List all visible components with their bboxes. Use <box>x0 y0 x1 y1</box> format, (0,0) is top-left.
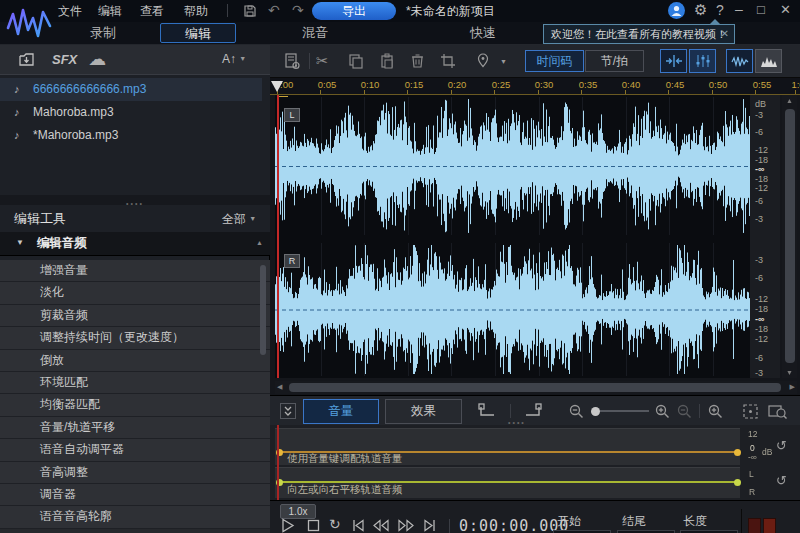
horizontal-scrollbar[interactable]: ◀ ▶ <box>275 381 797 394</box>
tab-mix[interactable]: 混音 <box>277 23 353 43</box>
loop-button[interactable]: ↻ <box>329 516 341 532</box>
stop-button[interactable] <box>306 518 321 533</box>
import-media-icon[interactable] <box>18 51 36 68</box>
tool-item-pitch-adjust[interactable]: 音高调整 <box>0 462 270 484</box>
tool-item-reverse[interactable]: 倒放 <box>0 350 270 372</box>
account-avatar[interactable] <box>668 2 685 19</box>
zoom-in-icon[interactable] <box>654 403 671 420</box>
pan-keyframe-end[interactable] <box>734 479 741 486</box>
playhead-head[interactable] <box>271 81 283 92</box>
timeline-ruler[interactable]: 0:00 0:05 0:10 0:15 0:20 0:25 0:30 0:35 … <box>270 78 800 95</box>
menu-help[interactable]: 帮助 <box>178 0 214 23</box>
vertical-scrollbar[interactable]: ▲ ▼ <box>782 95 797 378</box>
tab-effect[interactable]: 效果 <box>385 399 462 424</box>
zoom-slider-knob[interactable] <box>591 407 600 416</box>
cloud-icon[interactable]: ☁ <box>88 48 106 70</box>
tab-quick[interactable]: 快速 <box>445 23 521 43</box>
mixer-panel-button[interactable] <box>689 49 716 73</box>
file-row[interactable]: ♪ *Mahoroba.mp3 <box>0 124 262 147</box>
sfx-button[interactable]: SFX <box>52 52 77 67</box>
minimize-button[interactable]: – <box>735 1 743 17</box>
help-icon[interactable]: ? <box>716 2 724 18</box>
welcome-tooltip: 欢迎您！在此查看所有的教程视频！ ✕ <box>543 24 735 44</box>
sort-button[interactable]: A↑ ▼ <box>222 52 246 66</box>
redo-icon[interactable]: ↷ <box>292 2 304 18</box>
tab-edit[interactable]: 编辑 <box>160 23 236 43</box>
export-button[interactable]: 导出 <box>312 2 396 20</box>
volume-keyframe-row[interactable]: 使用音量键调配轨道音量 <box>275 428 740 465</box>
play-button[interactable] <box>280 518 296 533</box>
file-row[interactable]: ♪ Mahoroba.mp3 <box>0 101 262 124</box>
welcome-close-icon[interactable]: ✕ <box>721 25 729 43</box>
waveform-area[interactable]: L R <box>275 95 753 378</box>
tab-record[interactable]: 录制 <box>65 23 141 43</box>
scroll-left-icon[interactable]: ◀ <box>277 383 282 391</box>
menu-view[interactable]: 查看 <box>134 0 170 23</box>
copy-icon[interactable] <box>348 53 364 69</box>
channel-label-left: L <box>284 108 300 122</box>
panel-splitter[interactable]: •••• <box>0 195 270 205</box>
prev-keyframe-icon[interactable] <box>477 402 499 420</box>
tool-item-boost-volume[interactable]: 增强音量 <box>0 260 270 282</box>
trim-crop-icon[interactable] <box>440 53 456 69</box>
volume-reset-icon[interactable]: ↺ <box>776 438 787 453</box>
horizontal-scroll-thumb[interactable] <box>289 383 781 392</box>
save-project-icon[interactable] <box>243 4 257 18</box>
tools-section-header[interactable]: ▼ 编辑音频 ▲ <box>0 232 270 256</box>
playback-speed-badge[interactable]: 1.0x <box>280 504 316 519</box>
volume-keyframe-end[interactable] <box>734 449 741 456</box>
scroll-up-icon[interactable]: ▲ <box>786 97 793 104</box>
waveform-canvas-r[interactable] <box>275 243 753 376</box>
snap-align-button[interactable] <box>660 49 687 73</box>
tools-scroll-up-icon[interactable]: ▲ <box>256 239 263 246</box>
zoom-slider[interactable] <box>591 409 649 413</box>
zoom-in-vertical-icon[interactable] <box>707 403 724 420</box>
tool-item-ambience-match[interactable]: 环境匹配 <box>0 372 270 394</box>
marker-dropdown[interactable]: ▼ <box>475 52 507 71</box>
tool-item-tuner[interactable]: 调音器 <box>0 484 270 506</box>
fit-project-icon[interactable] <box>742 403 759 420</box>
skip-start-button[interactable] <box>351 518 366 533</box>
zoom-out-vertical-icon[interactable] <box>676 403 693 420</box>
waveform-view-icon <box>731 55 749 68</box>
clip-properties-icon[interactable] <box>284 53 301 70</box>
beats-toggle-button[interactable]: 节/拍 <box>585 50 644 72</box>
left-panel: SFX ☁ A↑ ▼ ▲ ♪ 6666666666666.mp3 ♪ Mahor… <box>0 45 270 533</box>
spectrum-view-button[interactable] <box>755 49 782 73</box>
collapse-panel-icon[interactable] <box>280 403 296 419</box>
rewind-button[interactable] <box>372 518 390 533</box>
tool-item-voice-pitch-contour[interactable]: 语音音高轮廓 <box>0 506 270 528</box>
cut-scissors-icon[interactable]: ✂ <box>316 52 329 70</box>
close-button[interactable]: ✕ <box>780 2 791 17</box>
tool-item-auto-leveler[interactable]: 语音自动调平器 <box>0 439 270 461</box>
vertical-scroll-thumb[interactable] <box>785 109 795 363</box>
tab-volume[interactable]: 音量 <box>303 399 379 424</box>
menu-edit[interactable]: 编辑 <box>92 0 128 23</box>
next-keyframe-icon[interactable] <box>521 402 543 420</box>
file-row[interactable]: ♪ 6666666666666.mp3 <box>0 78 262 101</box>
waveform-view-button[interactable] <box>726 49 753 73</box>
settings-gear-icon[interactable]: ⚙ <box>694 1 707 19</box>
tools-scrollbar[interactable] <box>260 265 266 355</box>
zoom-out-icon[interactable] <box>568 403 585 420</box>
playhead-line[interactable] <box>277 95 279 378</box>
tool-item-fade[interactable]: 淡化 <box>0 282 270 304</box>
scroll-right-icon[interactable]: ▶ <box>790 383 795 391</box>
scroll-down-icon[interactable]: ▼ <box>786 369 793 376</box>
fast-forward-button[interactable] <box>397 518 415 533</box>
delete-trash-icon[interactable] <box>410 53 425 69</box>
skip-end-button[interactable] <box>422 518 437 533</box>
tool-item-eq-match[interactable]: 均衡器匹配 <box>0 394 270 416</box>
maximize-button[interactable]: □ <box>757 2 765 17</box>
tool-item-volume-pan[interactable]: 音量/轨道平移 <box>0 417 270 439</box>
tool-item-trim-audio[interactable]: 剪裁音频 <box>0 305 270 327</box>
zoom-selection-icon[interactable] <box>768 403 787 420</box>
pan-reset-icon[interactable]: ↺ <box>776 473 787 488</box>
timecode-toggle-button[interactable]: 时间码 <box>525 50 584 72</box>
tools-filter-dropdown[interactable]: 全部 ▼ <box>222 211 256 228</box>
pan-keyframe-row[interactable]: 向左或向右平移轨道音频 <box>275 467 740 498</box>
waveform-canvas-l[interactable] <box>275 97 753 235</box>
tool-item-adjust-duration[interactable]: 调整持续时间（更改速度） <box>0 327 270 349</box>
undo-icon[interactable]: ↶ <box>268 2 280 18</box>
paste-icon[interactable] <box>379 53 395 69</box>
